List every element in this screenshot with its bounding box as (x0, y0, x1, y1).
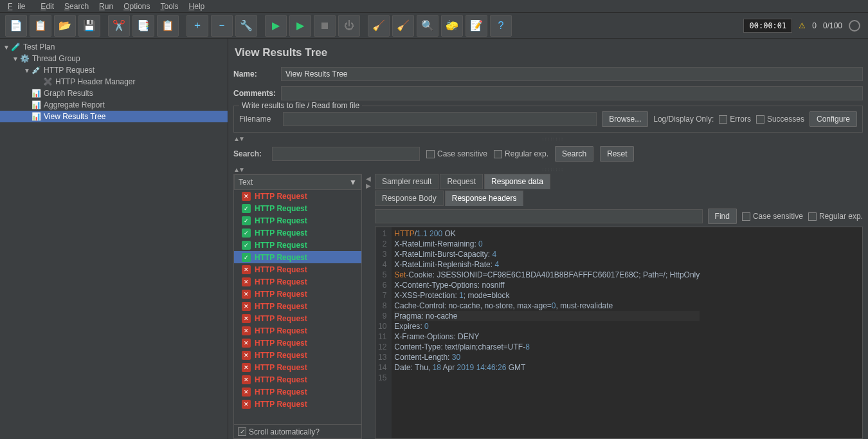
add-icon[interactable]: ＋ (186, 15, 208, 37)
tree-thread-group[interactable]: ▼⚙️Thread Group (0, 53, 228, 64)
result-item[interactable]: ✕HTTP Request (234, 386, 361, 398)
tree-test-plan[interactable]: ▼🧪Test Plan (0, 41, 228, 53)
function-helper-icon[interactable]: 📝 (466, 15, 487, 37)
fail-icon: ✕ (242, 326, 251, 335)
start-no-pause-icon[interactable]: ▶ (289, 15, 311, 37)
save-icon[interactable]: 💾 (78, 15, 100, 37)
search-regex-checkbox[interactable]: Regular exp. (494, 149, 548, 158)
file-legend: Write results to file / Read from file (239, 101, 362, 110)
subtab-response-headers[interactable]: Response headers (445, 191, 524, 206)
result-item-label: HTTP Request (255, 388, 307, 397)
stop-icon[interactable]: ⏹ (314, 15, 336, 37)
configure-button[interactable]: Configure (809, 111, 857, 127)
result-item[interactable]: ✕HTTP Request (234, 312, 361, 324)
result-item-label: HTTP Request (255, 351, 307, 360)
result-item[interactable]: ✕HTTP Request (234, 276, 361, 288)
fail-icon: ✕ (242, 290, 251, 299)
find-case-checkbox[interactable]: Case sensitive (742, 212, 803, 221)
tree-aggregate-report[interactable]: 📊Aggregate Report (0, 99, 228, 111)
copy-icon[interactable]: 📑 (132, 15, 154, 37)
scroll-auto-checkbox[interactable]: ✓Scroll automatically? (238, 427, 320, 436)
result-item[interactable]: ✓HTTP Request (234, 227, 361, 239)
result-item[interactable]: ✕HTTP Request (234, 361, 361, 373)
reset-search-icon[interactable]: 🧽 (441, 15, 463, 37)
fail-icon: ✕ (242, 302, 251, 311)
menu-help[interactable]: Help (184, 1, 210, 12)
tab-request[interactable]: Request (440, 174, 483, 189)
comments-input[interactable] (281, 86, 863, 100)
new-icon[interactable]: 📄 (5, 15, 27, 37)
paste-icon[interactable]: 📋 (157, 15, 179, 37)
fail-icon: ✕ (242, 351, 251, 360)
splitter-horizontal-1[interactable]: ▲▼:::::::: (233, 135, 863, 142)
subtab-response-body[interactable]: Response Body (375, 191, 444, 206)
menu-edit[interactable]: Edit (35, 1, 59, 12)
remove-icon[interactable]: － (211, 15, 233, 37)
result-list[interactable]: ✕HTTP Request✓HTTP Request✓HTTP Request✓… (234, 190, 361, 424)
result-item-label: HTTP Request (255, 229, 307, 238)
result-item[interactable]: ✕HTTP Request (234, 288, 361, 300)
pass-icon: ✓ (242, 204, 251, 213)
warning-icon[interactable]: ⚠ (799, 21, 806, 30)
search-input[interactable] (272, 147, 420, 161)
tree-http-request[interactable]: ▼💉HTTP Request (0, 64, 228, 76)
result-item[interactable]: ✓HTTP Request (234, 239, 361, 251)
shutdown-icon[interactable]: ⏻ (338, 15, 360, 37)
toggle-icon[interactable]: 🔧 (235, 15, 257, 37)
menu-options[interactable]: Options (118, 1, 155, 12)
find-input[interactable] (375, 209, 703, 223)
menu-file[interactable]: File (3, 1, 35, 12)
result-item-label: HTTP Request (255, 216, 307, 225)
search-case-checkbox[interactable]: Case sensitive (426, 149, 487, 158)
result-item[interactable]: ✕HTTP Request (234, 324, 361, 337)
tree-header-manager[interactable]: ✖️HTTP Header Manager (0, 76, 228, 88)
test-plan-tree[interactable]: ▼🧪Test Plan ▼⚙️Thread Group ▼💉HTTP Reque… (0, 39, 228, 439)
splitter-horizontal-2[interactable]: ▲▼:::::::: (233, 166, 863, 173)
result-item[interactable]: ✕HTTP Request (234, 190, 361, 202)
search-label: Search: (233, 149, 266, 158)
templates-icon[interactable]: 📋 (30, 15, 51, 37)
comments-label: Comments: (233, 89, 281, 98)
response-code-viewer[interactable]: 123456789101112131415 HTTP/1.1 200 OKX-R… (375, 227, 863, 439)
find-regex-checkbox[interactable]: Regular exp. (808, 212, 863, 221)
result-item[interactable]: ✕HTTP Request (234, 373, 361, 386)
result-item-label: HTTP Request (255, 326, 307, 335)
write-results-fieldset: Write results to file / Read from file F… (233, 106, 863, 133)
errors-checkbox[interactable]: Errors (719, 115, 751, 124)
result-item[interactable]: ✕HTTP Request (234, 263, 361, 276)
menu-run[interactable]: Run (94, 1, 118, 12)
tree-view-results-tree[interactable]: 📊View Results Tree (0, 111, 228, 122)
filename-input[interactable] (283, 112, 597, 126)
result-item[interactable]: ✓HTTP Request (234, 202, 361, 214)
clear-all-icon[interactable]: 🧹 (392, 15, 414, 37)
cut-icon[interactable]: ✂️ (108, 15, 130, 37)
result-item[interactable]: ✕HTTP Request (234, 349, 361, 361)
help-icon[interactable]: ? (490, 15, 512, 37)
menu-tools[interactable]: Tools (156, 1, 184, 12)
search-tree-icon[interactable]: 🔍 (417, 15, 439, 37)
name-input[interactable] (281, 67, 863, 81)
renderer-dropdown[interactable]: Text▼ (234, 174, 361, 190)
result-item[interactable]: ✕HTTP Request (234, 398, 361, 410)
menu-search[interactable]: Search (59, 1, 94, 12)
tree-graph-results[interactable]: 📊Graph Results (0, 88, 228, 99)
splitter-vertical[interactable]: ◀▶ (366, 174, 371, 439)
tab-sampler-result[interactable]: Sampler result (375, 174, 439, 189)
result-item[interactable]: ✓HTTP Request (234, 214, 361, 227)
menubar: File Edit Search Run Options Tools Help (0, 0, 868, 13)
warning-count: 0 (812, 21, 817, 30)
open-icon[interactable]: 📂 (54, 15, 76, 37)
result-item[interactable]: ✕HTTP Request (234, 337, 361, 349)
result-item[interactable]: ✕HTTP Request (234, 300, 361, 312)
reset-button[interactable]: Reset (600, 146, 634, 162)
tab-response-data[interactable]: Response data (484, 174, 550, 189)
start-icon[interactable]: ▶ (265, 15, 287, 37)
browse-button[interactable]: Browse... (602, 111, 648, 127)
search-button[interactable]: Search (555, 146, 593, 162)
result-item-label: HTTP Request (255, 192, 307, 201)
clear-icon[interactable]: 🧹 (368, 15, 390, 37)
find-button[interactable]: Find (708, 209, 737, 224)
pass-icon: ✓ (242, 216, 251, 225)
result-item[interactable]: ✓HTTP Request (234, 251, 361, 263)
successes-checkbox[interactable]: Successes (756, 115, 804, 124)
